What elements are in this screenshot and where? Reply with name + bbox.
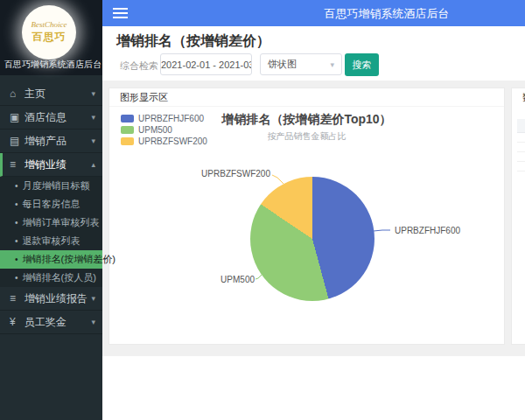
pie-label-upm500: UPM500 xyxy=(185,275,255,284)
pie-chart: UPRBZFHJF600 UPM500 UPRBZFSWF200 增销排名（按增… xyxy=(109,107,504,344)
sidebar-item-performance-report[interactable]: ≡ 增销业绩报告 ▾ xyxy=(0,287,102,311)
legend-label: UPM500 xyxy=(138,125,172,135)
data-table xyxy=(517,119,525,172)
chevron-down-icon: ▾ xyxy=(91,136,95,145)
table-row xyxy=(517,152,525,162)
sidebar-app-name: 百思巧增销系统酒店后台 xyxy=(4,59,99,71)
product-icon: ▤ xyxy=(10,135,24,147)
submenu-item-label: 月度增销目标额 xyxy=(23,179,90,192)
sidebar-item-label: 增销业绩报告 xyxy=(24,291,91,306)
submenu-item-refund-review-list[interactable]: • 退款审核列表 xyxy=(0,232,102,250)
sidebar-item-upsell-products[interactable]: ▤ 增销产品 ▾ xyxy=(0,130,102,153)
table-row xyxy=(517,133,525,143)
legend-item[interactable]: UPM500 xyxy=(121,124,207,136)
pie-graphic[interactable] xyxy=(250,177,374,301)
legend-swatch xyxy=(121,126,134,134)
legend-item[interactable]: UPRBZFHJF600 xyxy=(121,113,207,124)
pie-label-uprbzfhjf600: UPRBZFHJF600 xyxy=(395,226,460,235)
bonus-icon: ¥ xyxy=(10,316,24,328)
chart-panel: 图形显示区 UPRBZFHJF600 UPM500 UPRBZFSWF200 xyxy=(108,88,505,345)
chevron-up-icon: ▴ xyxy=(91,160,95,169)
legend-label: UPRBZFHJF600 xyxy=(138,114,204,123)
pie-label-uprbzfswf200: UPRBZFSWF200 xyxy=(200,169,270,178)
chevron-down-icon: ▾ xyxy=(330,60,334,69)
submenu-item-daily-room-info[interactable]: • 每日客房信息 xyxy=(0,195,102,214)
cards-band: 图形显示区 UPRBZFHJF600 UPM500 UPRBZFSWF200 xyxy=(102,80,525,356)
submenu-item-label: 增销订单审核列表 xyxy=(23,216,100,229)
sidebar: BestChoice 百思巧 百思巧增销系统酒店后台 ⌂ 主页 ▾ ▣ 酒店信息… xyxy=(0,0,102,420)
chart-panel-title: 图形显示区 xyxy=(109,88,504,107)
performance-icon: ≡ xyxy=(10,158,24,171)
sidebar-item-upsell-performance[interactable]: ≡ 增销业绩 ▴ xyxy=(0,153,102,177)
chart-legend: UPRBZFHJF600 UPM500 UPRBZFSWF200 xyxy=(121,113,207,147)
chart-type-select[interactable]: 饼状图 ▾ xyxy=(260,53,342,75)
bullet-icon: • xyxy=(15,200,18,209)
submenu-item-label: 增销排名(按增销差价) xyxy=(23,253,116,266)
chart-type-value: 饼状图 xyxy=(268,58,330,71)
legend-swatch xyxy=(121,115,134,122)
report-icon: ≡ xyxy=(10,292,24,304)
sidebar-item-label: 增销产品 xyxy=(24,134,91,149)
legend-item[interactable]: UPRBZFSWF200 xyxy=(121,136,207,147)
logo-block: BestChoice 百思巧 百思巧增销系统酒店后台 xyxy=(0,0,102,75)
brand-logo: BestChoice 百思巧 xyxy=(22,5,76,60)
table-row xyxy=(517,143,525,152)
page-title: 增销排名（按增销差价） xyxy=(116,32,270,51)
table-header-row xyxy=(517,119,525,133)
sidebar-item-staff-bonus[interactable]: ¥ 员工奖金 ▾ xyxy=(0,311,102,334)
submenu-item-ranking-by-staff[interactable]: • 增销排名(按人员) xyxy=(0,269,102,287)
legend-swatch xyxy=(121,137,134,145)
home-icon: ⌂ xyxy=(10,88,24,100)
brand-name-cn: 百思巧 xyxy=(32,30,66,45)
data-panel: 数据显示区 xyxy=(511,88,525,345)
bullet-icon: • xyxy=(15,255,18,264)
legend-label: UPRBZFSWF200 xyxy=(138,136,207,146)
sidebar-item-label: 员工奖金 xyxy=(24,315,91,330)
chevron-down-icon: ▾ xyxy=(91,318,95,326)
search-button[interactable]: 搜索 xyxy=(345,53,379,76)
chevron-down-icon: ▾ xyxy=(91,89,95,98)
submenu-item-order-review-list[interactable]: • 增销订单审核列表 xyxy=(0,214,102,232)
submenu-item-ranking-by-price-diff[interactable]: • 增销排名(按增销差价) xyxy=(0,250,102,269)
sidebar-item-label: 增销业绩 xyxy=(24,158,91,172)
submenu-item-monthly-target[interactable]: • 月度增销目标额 xyxy=(0,177,102,195)
brand-name-en: BestChoice xyxy=(32,20,67,29)
data-panel-title: 数据显示区 xyxy=(512,88,525,107)
chevron-down-icon: ▾ xyxy=(91,294,95,303)
date-range-input[interactable] xyxy=(160,53,252,75)
bullet-icon: • xyxy=(15,181,18,191)
table-row xyxy=(517,162,525,172)
app-title: 百思巧增销系统酒店后台 xyxy=(312,6,461,22)
submenu-item-label: 每日客房信息 xyxy=(23,198,80,211)
submenu-item-label: 退款审核列表 xyxy=(23,234,80,248)
bullet-icon: • xyxy=(15,236,18,246)
bullet-icon: • xyxy=(15,218,18,228)
menu-toggle-icon[interactable] xyxy=(113,8,128,18)
sidebar-item-label: 主页 xyxy=(24,87,91,102)
hotel-info-icon: ▣ xyxy=(10,111,24,123)
sidebar-menu: ⌂ 主页 ▾ ▣ 酒店信息 ▾ ▤ 增销产品 ▾ ≡ 增销业绩 ▴ • 月度增销… xyxy=(0,82,102,334)
search-toolbar: 综合检索： 饼状图 ▾ 搜索 xyxy=(102,53,525,76)
chevron-down-icon: ▾ xyxy=(91,113,95,122)
performance-submenu: • 月度增销目标额 • 每日客房信息 • 增销订单审核列表 • 退款审核列表 •… xyxy=(0,177,102,287)
sidebar-item-label: 酒店信息 xyxy=(24,110,91,125)
sidebar-item-home[interactable]: ⌂ 主页 ▾ xyxy=(0,82,102,106)
bullet-icon: • xyxy=(15,273,18,283)
sidebar-item-hotel-info[interactable]: ▣ 酒店信息 ▾ xyxy=(0,106,102,130)
content-area: 增销排名（按增销差价） 综合检索： 饼状图 ▾ 搜索 图形显示区 UPRBZFH… xyxy=(102,26,525,420)
submenu-item-label: 增销排名(按人员) xyxy=(23,271,96,284)
top-navbar: 百思巧增销系统酒店后台 xyxy=(102,0,525,26)
